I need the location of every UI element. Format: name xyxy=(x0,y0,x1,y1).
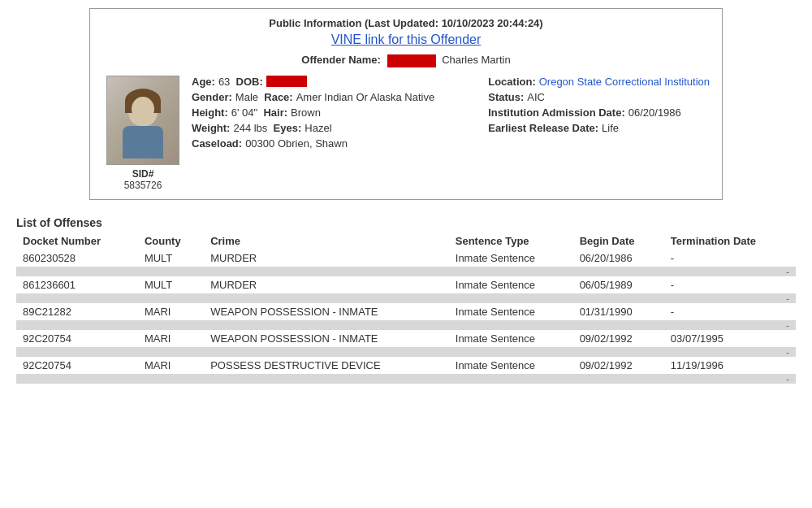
weight-row: Weight: 244 lbs Eyes: Hazel xyxy=(192,122,480,134)
status-value: AIC xyxy=(527,91,545,103)
silhouette-head xyxy=(128,90,158,126)
eyes-value: Hazel xyxy=(304,122,331,134)
table-spacer-row: - xyxy=(16,267,796,276)
admission-value: 06/20/1986 xyxy=(628,106,681,119)
col-docket: Docket Number xyxy=(16,232,138,250)
cell-crime: POSSESS DESTRUCTIVE DEVICE xyxy=(204,357,449,374)
cell-county: MARI xyxy=(138,330,204,347)
release-row: Earliest Release Date: Life xyxy=(488,122,710,134)
admission-label: Institution Admission Date: xyxy=(488,106,625,119)
admission-row: Institution Admission Date: 06/20/1986 xyxy=(488,106,710,119)
race-value: Amer Indian Or Alaska Native xyxy=(296,91,435,103)
offender-photo xyxy=(106,76,179,165)
spacer-termination: - xyxy=(664,374,796,384)
location-row: Location: Oregon State Correctional Inst… xyxy=(488,76,710,88)
spacer-termination: - xyxy=(664,267,796,276)
cell-crime: MURDER xyxy=(204,276,449,293)
cell-docket: 92C20754 xyxy=(16,357,138,374)
table-row: 92C20754MARIPOSSESS DESTRUCTIVE DEVICEIn… xyxy=(16,357,796,374)
location-value[interactable]: Oregon State Correctional Institution xyxy=(539,76,710,88)
table-spacer-row: - xyxy=(16,347,796,357)
cell-sentence_type: Inmate Sentence xyxy=(449,250,573,267)
table-spacer-row: - xyxy=(16,293,796,303)
cell-begin_date: 09/02/1992 xyxy=(573,330,664,347)
offender-name-label: Offender Name: xyxy=(301,54,381,66)
cell-county: MARI xyxy=(138,303,204,320)
offender-name-row: Offender Name: Charles Martin xyxy=(102,54,710,67)
gender-value: Male xyxy=(235,91,258,103)
col-termination-date: Termination Date xyxy=(664,232,796,250)
cell-termination_date: 03/07/1995 xyxy=(664,330,796,347)
table-row: 861236601MULTMURDERInmate Sentence06/05/… xyxy=(16,276,796,293)
spacer-termination: - xyxy=(664,347,796,357)
status-row: Status: AIC xyxy=(488,91,710,103)
gender-label: Gender: xyxy=(192,91,232,103)
offenses-table: Docket Number County Crime Sentence Type… xyxy=(16,232,796,384)
age-value: 63 xyxy=(218,76,230,88)
cell-county: MULT xyxy=(138,276,204,293)
cell-docket: 89C21282 xyxy=(16,303,138,320)
table-spacer-row: - xyxy=(16,374,796,384)
cell-begin_date: 09/02/1992 xyxy=(573,357,664,374)
cell-termination_date: - xyxy=(664,276,796,293)
height-label: Height: xyxy=(192,106,228,119)
cell-sentence_type: Inmate Sentence xyxy=(449,330,573,347)
eyes-label: Eyes: xyxy=(274,122,302,134)
page-wrapper: Public Information (Last Updated: 10/10/… xyxy=(0,0,812,400)
height-value: 6' 04" xyxy=(231,106,257,119)
hair-value: Brown xyxy=(291,106,321,119)
status-label: Status: xyxy=(488,91,524,103)
photo-section: SID# 5835726 xyxy=(102,76,184,191)
location-label: Location: xyxy=(488,76,536,88)
table-row: 860230528MULTMURDERInmate Sentence06/20/… xyxy=(16,250,796,267)
cell-county: MARI xyxy=(138,357,204,374)
offender-name-value: Charles Martin xyxy=(442,54,511,66)
caseload-row: Caseload: 00300 Obrien, Shawn xyxy=(192,137,480,150)
cell-termination_date: - xyxy=(664,250,796,267)
cell-county: MULT xyxy=(138,250,204,267)
hair-label: Hair: xyxy=(263,106,287,119)
table-spacer-row: - xyxy=(16,320,796,330)
cell-begin_date: 06/20/1986 xyxy=(573,250,664,267)
cell-begin_date: 01/31/1990 xyxy=(573,303,664,320)
table-row: 89C21282MARIWEAPON POSSESSION - INMATEIn… xyxy=(16,303,796,320)
sid-value: 5835726 xyxy=(124,180,162,191)
cell-docket: 861236601 xyxy=(16,276,138,293)
cell-docket: 92C20754 xyxy=(16,330,138,347)
race-label: Race: xyxy=(264,91,292,103)
cell-sentence_type: Inmate Sentence xyxy=(449,303,573,320)
left-details: Age: 63 DOB: Gender: Male Race: Amer Ind… xyxy=(192,76,480,191)
release-value: Life xyxy=(602,122,619,134)
offenses-title: List of Offenses xyxy=(16,216,796,229)
vine-link[interactable]: VINE link for this Offender xyxy=(102,33,710,47)
caseload-value: 00300 Obrien, Shawn xyxy=(245,137,348,150)
right-details: Location: Oregon State Correctional Inst… xyxy=(488,76,710,191)
col-crime: Crime xyxy=(204,232,449,250)
col-county: County xyxy=(138,232,204,250)
cell-crime: MURDER xyxy=(204,250,449,267)
age-row: Age: 63 DOB: xyxy=(192,76,480,88)
col-sentence-type: Sentence Type xyxy=(449,232,573,250)
cell-begin_date: 06/05/1989 xyxy=(573,276,664,293)
spacer-termination: - xyxy=(664,320,796,330)
photo-silhouette xyxy=(119,84,167,157)
offenses-section: List of Offenses Docket Number County Cr… xyxy=(16,216,796,384)
cell-termination_date: - xyxy=(664,303,796,320)
release-label: Earliest Release Date: xyxy=(488,122,598,134)
spacer-termination: - xyxy=(664,293,796,303)
sid-label: SID# xyxy=(132,168,154,180)
info-card: Public Information (Last Updated: 10/10/… xyxy=(89,8,723,200)
caseload-label: Caseload: xyxy=(192,137,242,150)
col-begin-date: Begin Date xyxy=(573,232,664,250)
dob-redacted xyxy=(266,76,307,87)
cell-termination_date: 11/19/1996 xyxy=(664,357,796,374)
gender-row: Gender: Male Race: Amer Indian Or Alaska… xyxy=(192,91,480,103)
cell-crime: WEAPON POSSESSION - INMATE xyxy=(204,330,449,347)
age-label: Age: xyxy=(192,76,215,88)
table-row: 92C20754MARIWEAPON POSSESSION - INMATEIn… xyxy=(16,330,796,347)
silhouette-body xyxy=(123,126,163,158)
table-header-row: Docket Number County Crime Sentence Type… xyxy=(16,232,796,250)
dob-label: DOB: xyxy=(236,76,263,88)
weight-value: 244 lbs xyxy=(233,122,267,134)
weight-label: Weight: xyxy=(192,122,230,134)
